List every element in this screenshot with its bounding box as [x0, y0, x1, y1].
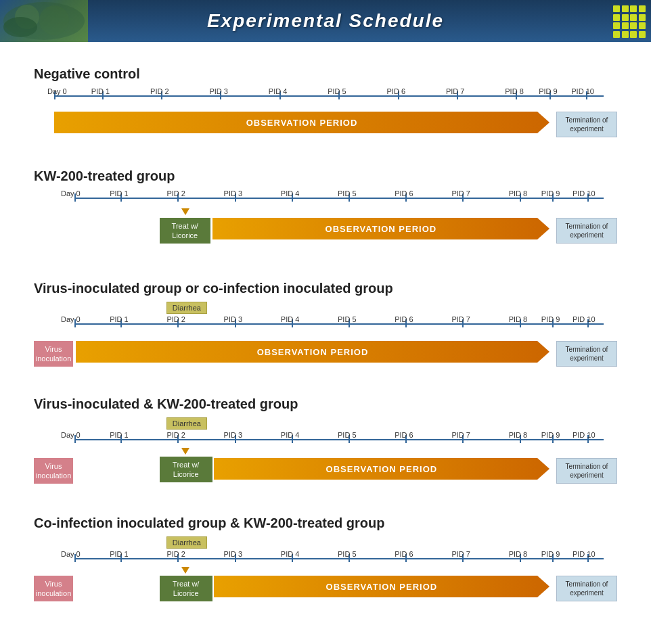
treat-arrow-2 — [181, 208, 189, 215]
page-title: Experimental Schedule — [207, 10, 444, 32]
termination-3: Termination of experiment — [556, 341, 617, 367]
obs-arrow-2: OBSERVATION PERIOD — [212, 218, 549, 239]
header-image-left — [0, 0, 88, 42]
obs-arrow-5: OBSERVATION PERIOD — [214, 576, 549, 597]
treat-arrow-4 — [181, 448, 189, 455]
diarrhea-label-5: Diarrhea — [166, 536, 207, 549]
group-title-1: Negative control — [34, 66, 617, 82]
group-title-4: Virus-inoculated & KW-200-treated group — [34, 396, 617, 412]
group-title-5: Co-infection inoculated group & KW-200-t… — [34, 515, 617, 531]
obs-arrow-4: OBSERVATION PERIOD — [214, 458, 549, 480]
treat-box-2: Treat w/ Licorice — [160, 218, 210, 244]
obs-arrow-3: OBSERVATION PERIOD — [76, 341, 549, 363]
termination-1: Termination of experiment — [556, 112, 617, 137]
termination-4: Termination of experiment — [556, 458, 617, 484]
virus-box-3: Virus inoculation — [34, 341, 73, 367]
main-content: Negative control Day 0 PID 1 PID 2 PID 3… — [0, 42, 651, 644]
virus-box-4: Virus inoculation — [34, 458, 73, 484]
termination-5: Termination of experiment — [556, 576, 617, 601]
treat-arrow-5 — [181, 567, 189, 574]
termination-2: Termination of experiment — [556, 218, 617, 244]
header-dots — [613, 5, 646, 38]
group-negative-control: Negative control Day 0 PID 1 PID 2 PID 3… — [34, 66, 617, 148]
treat-box-4: Treat w/ Licorice — [160, 457, 212, 482]
group-title-3: Virus-inoculated group or co-infection i… — [34, 281, 617, 296]
group-kw200-treated: KW-200-treated group Day 0 PID 1 PID 2 P… — [34, 168, 617, 260]
group-virus-inoculated: Virus-inoculated group or co-infection i… — [34, 281, 617, 376]
group-title-2: KW-200-treated group — [34, 168, 617, 184]
svg-point-2 — [39, 5, 69, 35]
diarrhea-label-3: Diarrhea — [166, 302, 207, 314]
page-header: Experimental Schedule — [0, 0, 651, 42]
group-virus-kw200: Virus-inoculated & KW-200-treated group … — [34, 396, 617, 495]
treat-box-5: Treat w/ Licorice — [160, 576, 212, 601]
obs-arrow-1: OBSERVATION PERIOD — [54, 112, 549, 133]
svg-point-3 — [3, 17, 37, 37]
virus-box-5: Virus inoculation — [34, 576, 73, 601]
group-co-infection-kw200: Co-infection inoculated group & KW-200-t… — [34, 515, 617, 614]
diarrhea-label-4: Diarrhea — [166, 417, 207, 430]
